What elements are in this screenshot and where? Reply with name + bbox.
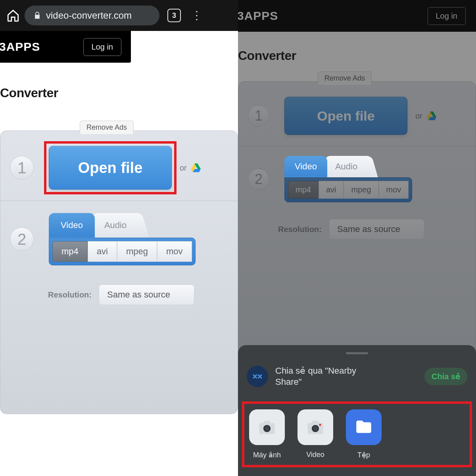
- logo: 3APPS: [238, 9, 278, 23]
- format-tabs: Video Audio: [49, 213, 196, 238]
- remove-ads-tab[interactable]: Remove Ads: [80, 121, 134, 134]
- sheet-handle[interactable]: [346, 352, 368, 354]
- tab-audio[interactable]: Audio: [325, 156, 371, 177]
- svg-point-8: [319, 424, 321, 426]
- format-avi[interactable]: avi: [319, 181, 344, 199]
- svg-point-2: [265, 426, 269, 431]
- lock-icon: [33, 11, 41, 20]
- step-2: 2 Video Audio mp4 avi mpeg mov: [238, 146, 476, 208]
- formats-bar: mp4 avi mpeg mov: [49, 238, 196, 265]
- step-2: 2 Video Audio mp4 avi mpeg mov: [0, 201, 238, 271]
- share-button[interactable]: Chia sẻ: [424, 368, 467, 385]
- svg-point-6: [313, 426, 317, 431]
- browser-chrome: video-converter.com 3 ⋮: [0, 0, 238, 31]
- format-mp4[interactable]: mp4: [288, 181, 319, 199]
- format-mov[interactable]: mov: [379, 181, 409, 199]
- video-camera-icon: [298, 409, 333, 445]
- resolution-select[interactable]: Same as source: [99, 284, 194, 305]
- resolution-row: Resolution: Same as source: [238, 208, 476, 251]
- open-file-button[interactable]: Open file: [49, 146, 172, 190]
- format-mpeg[interactable]: mpeg: [344, 181, 378, 199]
- step-number-2: 2: [10, 227, 34, 251]
- tab-count[interactable]: 3: [167, 9, 181, 22]
- formats-bar: mp4 avi mpeg mov: [284, 177, 412, 202]
- tab-video[interactable]: Video: [49, 213, 95, 238]
- open-file-button[interactable]: Open file: [284, 97, 407, 135]
- format-avi[interactable]: avi: [88, 241, 117, 262]
- google-drive-icon[interactable]: [191, 163, 201, 172]
- or-text: or: [415, 111, 422, 121]
- login-button[interactable]: Log in: [428, 7, 466, 25]
- resolution-label: Resolution:: [278, 225, 322, 234]
- step-number-1: 1: [10, 156, 34, 180]
- converter-panel: Remove Ads 1 Open file or 2 Video: [0, 131, 238, 414]
- step-1: 1 Open file or: [238, 91, 476, 140]
- picker-row: Máy ảnh Video Tệp: [238, 398, 476, 465]
- resolution-label: Resolution:: [48, 290, 92, 299]
- format-mpeg[interactable]: mpeg: [117, 241, 157, 262]
- picker-label: Video: [306, 451, 324, 459]
- resolution-select[interactable]: Same as source: [329, 219, 424, 240]
- picker-camera[interactable]: Máy ảnh: [249, 409, 285, 459]
- google-drive-icon[interactable]: [426, 111, 437, 120]
- format-mp4[interactable]: mp4: [52, 241, 88, 262]
- picker-label: Tệp: [357, 451, 370, 459]
- step-number-2: 2: [248, 169, 269, 190]
- svg-rect-7: [312, 421, 319, 424]
- share-sheet: Chia sẻ qua "NearbyShare" Chia sẻ Máy ản…: [238, 345, 476, 476]
- page-title: Converter: [238, 48, 476, 63]
- tab-audio[interactable]: Audio: [92, 213, 142, 238]
- folder-icon: [346, 409, 382, 445]
- logo: 3APPS: [0, 40, 40, 54]
- tab-video[interactable]: Video: [284, 156, 327, 177]
- nearby-share-row: Chia sẻ qua "NearbyShare" Chia sẻ: [238, 363, 476, 398]
- url-bar[interactable]: video-converter.com: [25, 6, 159, 25]
- camera-icon: [249, 409, 285, 445]
- picker-label: Máy ảnh: [253, 451, 281, 459]
- or-text: or: [180, 163, 187, 173]
- url-text: video-converter.com: [46, 10, 132, 21]
- site-header-right: 3APPS Log in: [238, 0, 476, 32]
- picker-video[interactable]: Video: [298, 409, 333, 459]
- format-tabs: Video Audio: [284, 156, 412, 177]
- step-1: 1 Open file or: [0, 140, 238, 195]
- format-mov[interactable]: mov: [157, 241, 192, 262]
- login-button[interactable]: Log in: [83, 38, 122, 56]
- nearby-share-icon: [247, 366, 268, 387]
- resolution-row: Resolution: Same as source: [0, 271, 238, 319]
- page-title: Converter: [0, 86, 238, 100]
- remove-ads-tab[interactable]: Remove Ads: [318, 71, 372, 85]
- svg-rect-3: [263, 421, 270, 424]
- nearby-share-text: Chia sẻ qua "NearbyShare": [275, 365, 417, 388]
- picker-files[interactable]: Tệp: [346, 409, 382, 459]
- site-header: 3APPS Log in: [0, 31, 131, 63]
- home-icon[interactable]: [6, 9, 20, 22]
- menu-dots-icon[interactable]: ⋮: [191, 10, 202, 21]
- step-number-1: 1: [248, 105, 269, 127]
